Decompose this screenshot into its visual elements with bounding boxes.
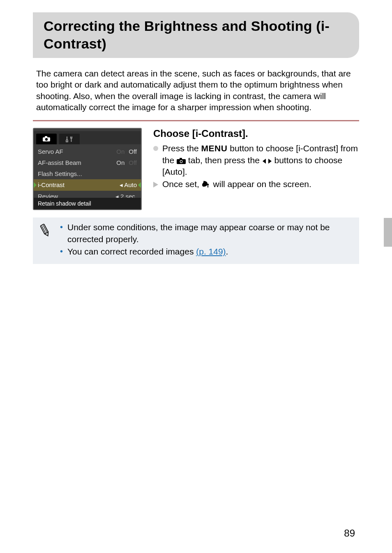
menu-row-af-assist: AF-assist Beam On Off: [37, 157, 138, 168]
menu-footer-hint: Retain shadow detail: [34, 198, 141, 209]
icontrast-status-icon: [202, 180, 211, 188]
svg-marker-8: [268, 159, 272, 164]
step-text: Once set,: [162, 179, 202, 189]
right-arrow-icon: [138, 182, 141, 188]
triangle-bullet-icon: [153, 182, 158, 187]
note-text: Under some conditions, the image may app…: [67, 222, 330, 243]
svg-rect-4: [180, 158, 182, 160]
intro-paragraph: The camera can detect areas in the scene…: [36, 68, 356, 113]
svg-point-2: [45, 138, 48, 141]
bullet-icon: [153, 146, 158, 151]
note-item: You can correct recorded images (p. 149)…: [60, 246, 353, 257]
chapter-side-tab: [384, 218, 392, 247]
menu-row-label: i-Contrast: [38, 181, 65, 189]
menu-row-flash-settings: Flash Settings...: [37, 168, 138, 179]
menu-value-on: On: [116, 148, 125, 155]
svg-rect-1: [45, 136, 47, 138]
camera-menu-tabs: [34, 131, 141, 144]
divider: [33, 120, 359, 121]
svg-rect-9: [208, 185, 208, 187]
menu-row-label: Flash Settings...: [38, 170, 82, 177]
note-text: You can correct recorded images: [67, 247, 196, 256]
note-box: Under some conditions, the image may app…: [33, 217, 359, 264]
step-text: tab, then press the: [186, 155, 262, 165]
pencil-note-icon: [39, 222, 52, 237]
svg-marker-14: [44, 232, 50, 237]
step-text: will appear on the screen.: [211, 179, 311, 189]
step-instruction-1: Press the MENU button to choose [i-Contr…: [153, 143, 359, 178]
menu-row-label: Servo AF: [38, 148, 63, 155]
menu-value-off: Off: [129, 148, 137, 155]
left-right-buttons-icon: [262, 158, 272, 164]
menu-row-icontrast-selected: i-Contrast ◂ Auto: [34, 179, 141, 191]
page-number: 89: [344, 528, 355, 539]
svg-rect-10: [207, 184, 209, 185]
step-heading: Choose [i-Contrast].: [153, 128, 359, 139]
menu-value-off: Off: [129, 159, 137, 166]
step-result: Once set, will appear on the screen.: [153, 178, 359, 190]
menu-button-label: MENU: [201, 143, 228, 153]
menu-row-servo-af: Servo AF On Off: [37, 146, 138, 157]
svg-point-6: [180, 160, 182, 162]
tools-icon: [66, 136, 73, 142]
note-item: Under some conditions, the image may app…: [60, 222, 353, 245]
camera-tab-shooting: [36, 134, 57, 144]
camera-menu-screenshot: Servo AF On Off AF-assist Beam On Off Fl…: [33, 128, 142, 210]
step-text: Press the: [162, 143, 201, 153]
page-title: Correcting the Brightness and Shooting (…: [44, 17, 350, 52]
left-arrow-icon: [33, 182, 37, 188]
section-heading: Correcting the Brightness and Shooting (…: [33, 12, 359, 58]
camera-tab-icon: [177, 158, 186, 164]
menu-value-on: On: [116, 159, 125, 166]
svg-marker-7: [263, 159, 266, 164]
note-text: .: [226, 247, 228, 256]
page-reference-link[interactable]: (p. 149): [196, 247, 226, 256]
camera-icon: [42, 136, 51, 142]
camera-tab-tools: [59, 134, 80, 144]
menu-row-value: ◂ Auto: [120, 181, 137, 189]
menu-row-label: AF-assist Beam: [38, 159, 81, 166]
